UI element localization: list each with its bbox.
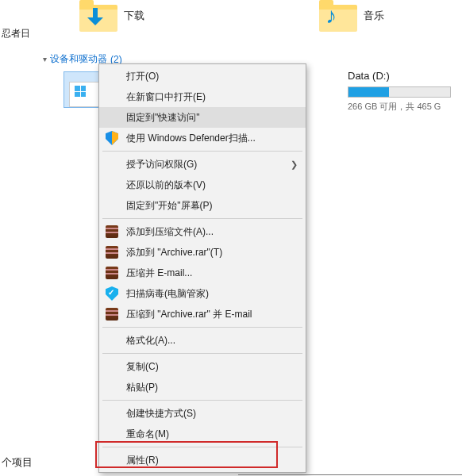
- context-menu: 打开(O) 在新窗口中打开(E) 固定到"快速访问" 使用 Windows De…: [98, 63, 306, 473]
- chevron-down-icon: ▾: [43, 55, 47, 63]
- menu-pin-quick-access[interactable]: 固定到"快速访问": [99, 107, 306, 128]
- menu-separator: [102, 447, 302, 447]
- rar-icon: [104, 244, 120, 260]
- folder-music[interactable]: ♪ 音乐: [319, 0, 384, 32]
- menu-rename[interactable]: 重命名(M): [99, 424, 306, 444]
- drive-icon: [69, 82, 101, 107]
- menu-separator: [102, 327, 302, 328]
- menu-copy[interactable]: 复制(C): [99, 356, 306, 377]
- menu-format[interactable]: 格式化(A)...: [99, 330, 306, 351]
- menu-open[interactable]: 打开(O): [99, 66, 306, 86]
- menu-create-shortcut[interactable]: 创建快捷方式(S): [99, 403, 306, 424]
- drive-d-subtext: 266 GB 可用，共 465 G: [348, 101, 459, 113]
- menu-properties[interactable]: 属性(R): [99, 450, 306, 470]
- menu-separator: [102, 353, 302, 354]
- folder-downloads[interactable]: 下载: [79, 0, 144, 32]
- menu-scan-virus[interactable]: 扫描病毒(电脑管家): [99, 283, 306, 304]
- submenu-arrow-icon: ❯: [291, 159, 298, 170]
- folder-music-icon: ♪: [319, 0, 357, 32]
- left-truncated-text: 忍者日: [2, 27, 30, 40]
- rar-icon: [104, 265, 120, 281]
- menu-grant-access[interactable]: 授予访问权限(G) ❯: [99, 154, 306, 175]
- menu-pin-start[interactable]: 固定到"开始"屏幕(P): [99, 195, 306, 216]
- drive-d-usage-bar: [348, 86, 451, 98]
- menu-open-new-window[interactable]: 在新窗口中打开(E): [99, 86, 306, 107]
- menu-separator: [102, 400, 302, 401]
- menu-compress-rar-email[interactable]: 压缩到 "Archive.rar" 并 E-mail: [99, 304, 306, 324]
- qq-shield-icon: [104, 286, 120, 301]
- drive-d-label: Data (D:): [348, 70, 459, 82]
- defender-shield-icon: [104, 130, 120, 146]
- drive-d[interactable]: Data (D:) 266 GB 可用，共 465 G: [348, 70, 459, 113]
- menu-separator: [102, 218, 302, 219]
- rar-icon: [104, 306, 120, 322]
- folder-downloads-label: 下载: [124, 9, 144, 23]
- menu-paste[interactable]: 粘贴(P): [99, 377, 306, 397]
- status-bar-text: 个项目: [2, 455, 33, 470]
- folder-music-label: 音乐: [364, 9, 384, 23]
- menu-separator: [102, 151, 302, 152]
- menu-defender-scan[interactable]: 使用 Windows Defender扫描...: [99, 128, 306, 148]
- rar-icon: [104, 224, 120, 240]
- menu-add-archive-rar[interactable]: 添加到 "Archive.rar"(T): [99, 242, 306, 263]
- menu-add-archive[interactable]: 添加到压缩文件(A)...: [99, 221, 306, 242]
- folder-downloads-icon: [79, 0, 117, 32]
- menu-compress-email[interactable]: 压缩并 E-mail...: [99, 263, 306, 283]
- menu-previous-versions[interactable]: 还原以前的版本(V): [99, 175, 306, 195]
